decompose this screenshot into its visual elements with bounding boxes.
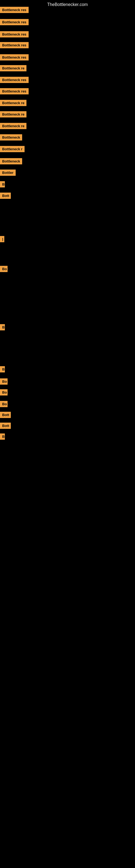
bottleneck-label-1: Bottleneck res (0, 19, 29, 25)
bottleneck-label-13: Bottleneck (0, 158, 22, 164)
bottleneck-label-8: Bottleneck re (0, 100, 27, 106)
bottleneck-label-26: B (0, 433, 5, 440)
bottleneck-label-6: Bottleneck res (0, 77, 29, 83)
bottleneck-label-10: Bottleneck re (0, 123, 27, 129)
bottleneck-label-23: Bo (0, 401, 8, 407)
bottleneck-label-14: Bottler (0, 169, 16, 176)
bottleneck-label-2: Bottleneck res (0, 31, 29, 37)
bottleneck-label-4: Bottleneck res (0, 54, 29, 61)
bottleneck-label-9: Bottleneck re (0, 111, 27, 118)
bottleneck-label-24: Bott (0, 412, 11, 418)
bottleneck-label-3: Bottleneck res (0, 42, 29, 48)
bottleneck-label-18: Bo (0, 266, 8, 272)
bottleneck-label-20: B (0, 366, 5, 372)
bottleneck-label-5: Bottleneck re (0, 65, 27, 71)
bottleneck-label-21: Bo (0, 378, 8, 384)
bottleneck-label-7: Bottleneck res (0, 88, 29, 94)
bottleneck-label-0: Bottleneck res (0, 7, 29, 13)
bottleneck-label-11: Bottleneck (0, 134, 22, 141)
bottleneck-label-15: B (0, 181, 5, 187)
bottleneck-label-25: Bott (0, 423, 11, 429)
bottleneck-label-19: B (0, 324, 5, 330)
bottleneck-label-16: Bott (0, 193, 11, 199)
bottleneck-label-17: | (0, 236, 4, 242)
bottleneck-label-12: Bottleneck r (0, 146, 25, 152)
bottleneck-label-22: Bo (0, 389, 8, 396)
